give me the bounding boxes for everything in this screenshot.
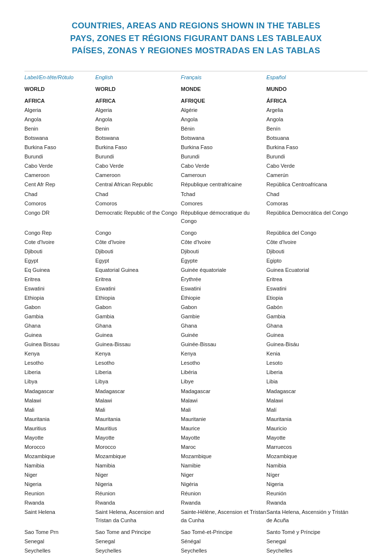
table-cell-40-3: Mozambique	[266, 452, 352, 461]
table-cell-34-2: Malawi	[181, 396, 266, 405]
table-cell-3-2: Algérie	[181, 106, 266, 115]
table-cell-24-1: Gabon	[95, 303, 181, 312]
table-cell-4-1: Angola	[95, 115, 181, 124]
table-cell-8-2: Burundi	[181, 153, 266, 161]
table-cell-0-3: MUNDO	[266, 85, 352, 94]
table-cell-46-3: Santa Helena, Ascensión y Tristán de Acu…	[266, 508, 352, 525]
table-cell-17-1: Côte d'Ivoire	[95, 238, 181, 246]
table-cell-38-2: Mayotte	[181, 433, 266, 442]
table-cell-44-1: Réunion	[95, 489, 181, 498]
table-cell-6-2: Botswana	[181, 134, 266, 143]
table-cell-35-2: Mali	[181, 405, 266, 414]
table-cell-19-2: Égypte	[181, 256, 266, 265]
table-cell-5-1: Benin	[95, 125, 181, 133]
table-cell-25-2: Gambie	[181, 312, 266, 321]
table-cell-28-2: Guinée-Bissau	[181, 340, 266, 349]
table-cell-31-3: Liberia	[266, 368, 352, 377]
table-cell-12-1: Chad	[95, 190, 181, 199]
table-cell-36-2: Mauritanie	[181, 415, 266, 423]
table-cell-41-0: Namibia	[24, 461, 95, 470]
table-cell-38-3: Mayotte	[266, 433, 352, 442]
table-cell-36-1: Mauritania	[95, 415, 181, 423]
table-cell-13-0: Comoros	[24, 199, 95, 208]
table-cell-14-1: Democratic Republic of the Congo	[95, 208, 181, 225]
table-cell-48-1: Sao Tome and Principe	[95, 528, 181, 537]
table-cell-39-2: Maroc	[181, 443, 266, 451]
table-cell-32-0: Libya	[24, 377, 95, 386]
table-cell-41-2: Namibie	[181, 461, 266, 470]
table-cell-12-0: Chad	[24, 190, 95, 199]
table-cell-45-3: Rwanda	[266, 499, 352, 508]
table-cell-38-0: Mayotte	[24, 433, 95, 442]
column-headers: Label/En-tête/Rótulo English Français Es…	[24, 71, 368, 82]
table-cell-20-3: Guinea Ecuatorial	[266, 266, 352, 274]
table-cell-39-0: Morocco	[24, 443, 95, 451]
table-cell-7-1: Burkina Faso	[95, 143, 181, 152]
table-cell-45-1: Rwanda	[95, 499, 181, 508]
table-cell-37-1: Mauritius	[95, 424, 181, 433]
table-cell-21-1: Eritrea	[95, 275, 181, 284]
table-cell-36-0: Mauritania	[24, 415, 95, 423]
table-cell-18-1: Djibouti	[95, 247, 181, 256]
table-cell-43-2: Nigéria	[181, 480, 266, 488]
table-cell-5-2: Bénin	[181, 125, 266, 133]
table-cell-22-2: Eswatini	[181, 284, 266, 293]
table-cell-20-2: Guinée équatoriale	[181, 266, 266, 274]
table-cell-32-2: Libye	[181, 377, 266, 386]
table-cell-19-1: Egypt	[95, 256, 181, 265]
table-cell-19-0: Egypt	[24, 256, 95, 265]
table-cell-10-2: Cameroun	[181, 171, 266, 180]
table-cell-46-0: Saint Helena	[24, 508, 95, 525]
table-cell-11-3: República Centroafricana	[266, 180, 352, 189]
title-block: COUNTRIES, AREAS AND REGIONS SHOWN IN TH…	[24, 20, 368, 57]
table-cell-18-0: Djibouti	[24, 247, 95, 256]
table-cell-18-3: Djibouti	[266, 247, 352, 256]
table-cell-23-2: Éthiopie	[181, 294, 266, 303]
table-cell-12-2: Tchad	[181, 190, 266, 199]
table-cell-22-1: Eswatini	[95, 284, 181, 293]
table-cell-17-3: Côte d'Ivoire	[266, 238, 352, 246]
table-cell-26-0: Ghana	[24, 322, 95, 331]
table-cell-12-3: Chad	[266, 190, 352, 199]
table-cell-6-1: Botswana	[95, 134, 181, 143]
table-cell-0-2: MONDE	[181, 85, 266, 94]
table-cell-26-1: Ghana	[95, 322, 181, 331]
table-cell-7-3: Burkina Faso	[266, 143, 352, 152]
table-cell-10-0: Cameroon	[24, 171, 95, 180]
table-cell-42-2: Niger	[181, 470, 266, 479]
table-cell-27-2: Guinée	[181, 331, 266, 340]
row-gap	[24, 94, 352, 96]
table-cell-41-1: Namibia	[95, 461, 181, 470]
table-cell-3-0: Algeria	[24, 106, 95, 115]
table-cell-33-3: Madagascar	[266, 387, 352, 396]
table-cell-7-2: Burkina Faso	[181, 143, 266, 152]
col-header-label: Label/En-tête/Rótulo	[24, 74, 95, 80]
main-title: COUNTRIES, AREAS AND REGIONS SHOWN IN TH…	[24, 20, 368, 57]
row-gap	[24, 526, 352, 528]
table-cell-50-1: Seychelles	[95, 547, 181, 554]
table-cell-43-0: Nigeria	[24, 480, 95, 488]
table-cell-34-3: Malawi	[266, 396, 352, 405]
table-cell-24-0: Gabon	[24, 303, 95, 312]
col-header-french: Français	[181, 74, 266, 80]
table-cell-42-1: Niger	[95, 470, 181, 479]
table-cell-45-2: Rwanda	[181, 499, 266, 508]
table-cell-16-3: República del Congo	[266, 228, 352, 237]
table-cell-26-3: Ghana	[266, 322, 352, 331]
table-cell-5-0: Benin	[24, 125, 95, 133]
table-cell-42-3: Níger	[266, 470, 352, 479]
table-cell-49-3: Senegal	[266, 537, 352, 546]
table-cell-35-1: Mali	[95, 405, 181, 414]
col-header-english: English	[95, 74, 181, 80]
table-cell-39-1: Morocco	[95, 443, 181, 451]
table-cell-24-2: Gabon	[181, 303, 266, 312]
col-header-spanish: Español	[266, 74, 352, 80]
table-cell-14-0: Congo DR	[24, 208, 95, 225]
table-cell-13-2: Comores	[181, 199, 266, 208]
table-cell-42-0: Niger	[24, 470, 95, 479]
table-cell-31-2: Libéria	[181, 368, 266, 377]
table-cell-2-3: ÁFRICA	[266, 97, 352, 106]
table-cell-17-0: Cote d'Ivoire	[24, 238, 95, 246]
table-cell-25-1: Gambia	[95, 312, 181, 321]
country-table: WORLDWORLDMONDEMUNDOAFRICAAFRICAAFRIQUEÁ…	[24, 85, 368, 554]
